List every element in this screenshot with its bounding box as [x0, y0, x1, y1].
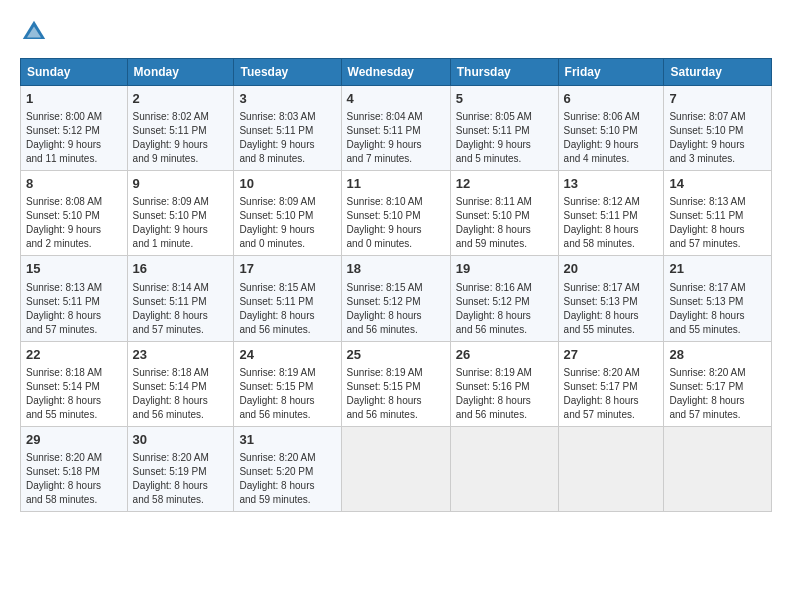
calendar-row: 22Sunrise: 8:18 AMSunset: 5:14 PMDayligh… [21, 341, 772, 426]
day-info-line: Sunrise: 8:14 AM [133, 281, 229, 295]
calendar-row: 15Sunrise: 8:13 AMSunset: 5:11 PMDayligh… [21, 256, 772, 341]
calendar-cell: 16Sunrise: 8:14 AMSunset: 5:11 PMDayligh… [127, 256, 234, 341]
day-info-line: Sunrise: 8:19 AM [347, 366, 445, 380]
day-info-line: Sunset: 5:18 PM [26, 465, 122, 479]
day-info-line: Sunset: 5:10 PM [26, 209, 122, 223]
day-info-line: Daylight: 9 hours [26, 138, 122, 152]
calendar-cell: 23Sunrise: 8:18 AMSunset: 5:14 PMDayligh… [127, 341, 234, 426]
day-number: 13 [564, 175, 659, 193]
day-info-line: and 5 minutes. [456, 152, 553, 166]
day-number: 11 [347, 175, 445, 193]
day-info-line: Sunrise: 8:20 AM [239, 451, 335, 465]
day-info-line: Sunset: 5:11 PM [239, 295, 335, 309]
day-info-line: Sunset: 5:11 PM [347, 124, 445, 138]
day-info-line: Sunrise: 8:02 AM [133, 110, 229, 124]
day-info-line: Sunset: 5:20 PM [239, 465, 335, 479]
day-info-line: Sunset: 5:16 PM [456, 380, 553, 394]
day-info-line: Daylight: 8 hours [133, 479, 229, 493]
day-info-line: Daylight: 8 hours [564, 223, 659, 237]
day-info-line: Sunset: 5:10 PM [669, 124, 766, 138]
day-number: 3 [239, 90, 335, 108]
day-info-line: and 11 minutes. [26, 152, 122, 166]
calendar-cell [341, 426, 450, 511]
day-info-line: Daylight: 9 hours [26, 223, 122, 237]
day-info-line: and 59 minutes. [456, 237, 553, 251]
day-info-line: Sunset: 5:17 PM [564, 380, 659, 394]
day-info-line: and 55 minutes. [26, 408, 122, 422]
day-info-line: and 55 minutes. [669, 323, 766, 337]
day-info-line: Daylight: 9 hours [133, 223, 229, 237]
day-info-line: and 57 minutes. [133, 323, 229, 337]
weekday-header-cell: Tuesday [234, 59, 341, 86]
calendar-cell [558, 426, 664, 511]
day-number: 9 [133, 175, 229, 193]
day-number: 16 [133, 260, 229, 278]
weekday-header-cell: Wednesday [341, 59, 450, 86]
day-info-line: Sunrise: 8:06 AM [564, 110, 659, 124]
calendar-body: 1Sunrise: 8:00 AMSunset: 5:12 PMDaylight… [21, 86, 772, 512]
calendar-cell: 15Sunrise: 8:13 AMSunset: 5:11 PMDayligh… [21, 256, 128, 341]
weekday-header-cell: Sunday [21, 59, 128, 86]
calendar-cell: 17Sunrise: 8:15 AMSunset: 5:11 PMDayligh… [234, 256, 341, 341]
day-number: 26 [456, 346, 553, 364]
day-info-line: and 7 minutes. [347, 152, 445, 166]
day-info-line: and 56 minutes. [347, 323, 445, 337]
calendar-cell: 6Sunrise: 8:06 AMSunset: 5:10 PMDaylight… [558, 86, 664, 171]
day-info-line: and 56 minutes. [239, 408, 335, 422]
day-info-line: and 57 minutes. [564, 408, 659, 422]
day-number: 8 [26, 175, 122, 193]
calendar-cell: 7Sunrise: 8:07 AMSunset: 5:10 PMDaylight… [664, 86, 772, 171]
day-info-line: Sunrise: 8:11 AM [456, 195, 553, 209]
day-info-line: and 56 minutes. [347, 408, 445, 422]
day-info-line: Sunrise: 8:13 AM [26, 281, 122, 295]
calendar-cell: 26Sunrise: 8:19 AMSunset: 5:16 PMDayligh… [450, 341, 558, 426]
day-info-line: Sunset: 5:10 PM [133, 209, 229, 223]
day-info-line: Sunset: 5:14 PM [26, 380, 122, 394]
day-info-line: Sunrise: 8:16 AM [456, 281, 553, 295]
day-info-line: Sunrise: 8:09 AM [133, 195, 229, 209]
day-info-line: Sunrise: 8:17 AM [564, 281, 659, 295]
calendar-cell: 11Sunrise: 8:10 AMSunset: 5:10 PMDayligh… [341, 171, 450, 256]
day-info-line: Sunrise: 8:17 AM [669, 281, 766, 295]
day-info-line: Daylight: 8 hours [669, 309, 766, 323]
day-info-line: Daylight: 8 hours [26, 479, 122, 493]
day-info-line: and 3 minutes. [669, 152, 766, 166]
day-info-line: Sunrise: 8:15 AM [239, 281, 335, 295]
day-info-line: and 56 minutes. [239, 323, 335, 337]
day-info-line: Sunrise: 8:04 AM [347, 110, 445, 124]
day-info-line: Sunset: 5:12 PM [347, 295, 445, 309]
day-number: 22 [26, 346, 122, 364]
day-number: 12 [456, 175, 553, 193]
day-number: 25 [347, 346, 445, 364]
day-info-line: Daylight: 9 hours [239, 223, 335, 237]
day-info-line: Sunset: 5:15 PM [347, 380, 445, 394]
calendar-cell: 19Sunrise: 8:16 AMSunset: 5:12 PMDayligh… [450, 256, 558, 341]
day-info-line: and 8 minutes. [239, 152, 335, 166]
day-info-line: Daylight: 9 hours [133, 138, 229, 152]
day-number: 30 [133, 431, 229, 449]
day-info-line: Daylight: 8 hours [456, 309, 553, 323]
day-info-line: Sunrise: 8:19 AM [239, 366, 335, 380]
day-info-line: Daylight: 9 hours [564, 138, 659, 152]
day-info-line: Sunset: 5:10 PM [347, 209, 445, 223]
day-info-line: Sunrise: 8:13 AM [669, 195, 766, 209]
calendar-cell: 18Sunrise: 8:15 AMSunset: 5:12 PMDayligh… [341, 256, 450, 341]
day-info-line: Sunrise: 8:03 AM [239, 110, 335, 124]
calendar-cell: 24Sunrise: 8:19 AMSunset: 5:15 PMDayligh… [234, 341, 341, 426]
calendar-row: 29Sunrise: 8:20 AMSunset: 5:18 PMDayligh… [21, 426, 772, 511]
calendar-cell: 4Sunrise: 8:04 AMSunset: 5:11 PMDaylight… [341, 86, 450, 171]
day-info-line: Sunset: 5:11 PM [456, 124, 553, 138]
day-number: 4 [347, 90, 445, 108]
calendar-cell: 22Sunrise: 8:18 AMSunset: 5:14 PMDayligh… [21, 341, 128, 426]
day-number: 23 [133, 346, 229, 364]
day-number: 1 [26, 90, 122, 108]
day-info-line: and 56 minutes. [456, 408, 553, 422]
calendar-cell: 10Sunrise: 8:09 AMSunset: 5:10 PMDayligh… [234, 171, 341, 256]
weekday-header-cell: Saturday [664, 59, 772, 86]
calendar-cell: 31Sunrise: 8:20 AMSunset: 5:20 PMDayligh… [234, 426, 341, 511]
day-info-line: Daylight: 9 hours [347, 138, 445, 152]
day-number: 31 [239, 431, 335, 449]
day-info-line: Daylight: 8 hours [133, 309, 229, 323]
day-info-line: Sunset: 5:12 PM [26, 124, 122, 138]
day-info-line: Daylight: 8 hours [239, 479, 335, 493]
